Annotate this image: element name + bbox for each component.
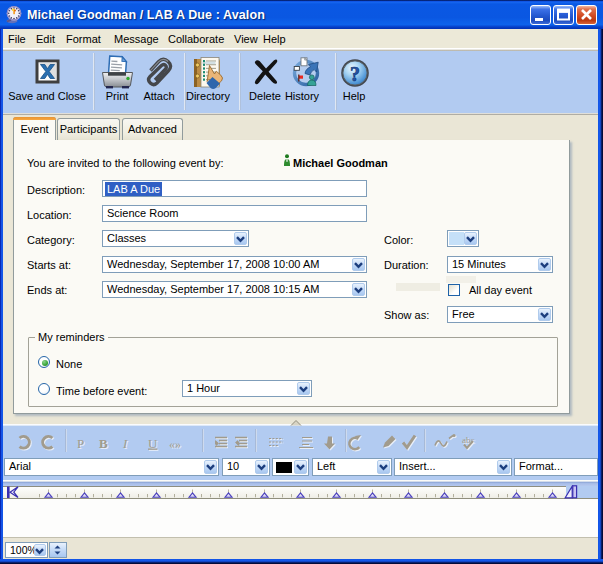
svg-text:«»: «» <box>169 437 181 451</box>
svg-text:B: B <box>99 436 108 451</box>
svg-text:U: U <box>148 436 158 451</box>
svg-text:?: ? <box>350 63 360 85</box>
svg-text:P: P <box>77 436 84 451</box>
svg-text:I: I <box>122 436 128 451</box>
